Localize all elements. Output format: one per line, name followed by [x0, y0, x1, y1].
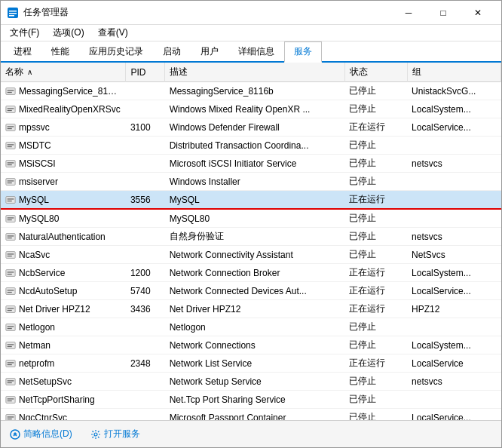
service-name-text: NaturalAuthentication — [19, 232, 106, 242]
app-icon — [7, 7, 19, 19]
service-name-text: MixedRealityOpenXRSvc — [19, 104, 121, 115]
service-status-cell: 已停止 — [344, 209, 407, 228]
service-name-text: NcdAutoSetup — [19, 286, 77, 296]
service-name-cell: msiserver — [1, 173, 126, 191]
tab-performance[interactable]: 性能 — [41, 41, 79, 61]
service-name-cell: MixedRealityOpenXRSvc — [1, 100, 126, 118]
service-pid-cell — [126, 100, 165, 118]
service-group-cell: LocalService... — [407, 282, 500, 300]
service-group-cell: LocalSystem... — [407, 100, 500, 118]
open-services-button[interactable]: 打开服务 — [87, 426, 143, 442]
maximize-button[interactable]: □ — [426, 1, 461, 25]
col-header-group[interactable]: 组 — [407, 63, 500, 82]
table-row[interactable]: NetmanNetwork Connections已停止LocalSystem.… — [1, 336, 501, 354]
tab-app-history[interactable]: 应用历史记录 — [79, 41, 153, 61]
table-row[interactable]: NetTcpPortSharingNet.Tcp Port Sharing Se… — [1, 391, 501, 409]
table-row[interactable]: NcaSvcNetwork Connectivity Assistant已停止N… — [1, 246, 501, 264]
tab-details[interactable]: 详细信息 — [228, 41, 284, 61]
svg-rect-30 — [8, 237, 12, 238]
service-pid-cell — [126, 228, 165, 246]
col-header-status[interactable]: 状态 — [344, 63, 407, 82]
service-status-cell: 已停止 — [344, 100, 407, 118]
table-row[interactable]: MessagingService_8116bMessagingService_8… — [1, 82, 501, 100]
svg-rect-47 — [8, 344, 14, 345]
table-row[interactable]: NgcCtnrSvcMicrosoft Passport Container已停… — [1, 409, 501, 421]
menu-view[interactable]: 查看(V) — [92, 25, 134, 41]
table-row[interactable]: NetlogonNetlogon已停止 — [1, 318, 501, 336]
service-group-cell — [407, 391, 500, 409]
table-row[interactable]: netprofm2348Network List Service正在运行Loca… — [1, 354, 501, 373]
svg-rect-29 — [8, 235, 14, 236]
table-row[interactable]: mpssvc3100Windows Defender Firewall正在运行L… — [1, 118, 501, 137]
table-row[interactable]: MixedRealityOpenXRSvcWindows Mixed Reali… — [1, 100, 501, 118]
tab-users[interactable]: 用户 — [191, 41, 228, 61]
service-table-container[interactable]: 名称 ∧ PID 描述 状态 组 MessagingService_8116bM… — [1, 63, 501, 420]
service-name-text: MessagingService_8116b — [19, 86, 121, 97]
service-pid-cell — [126, 373, 165, 391]
table-row[interactable]: NaturalAuthentication自然身份验证已停止netsvcs — [1, 228, 501, 246]
service-icon — [5, 340, 16, 351]
service-group-cell — [407, 209, 500, 228]
service-group-cell: NetSvcs — [407, 246, 500, 264]
col-header-pid[interactable]: PID — [126, 63, 165, 82]
table-row[interactable]: NetSetupSvcNetwork Setup Service已停止netsv… — [1, 373, 501, 391]
table-row[interactable]: MySQL3556MySQL正在运行 — [1, 191, 501, 210]
tab-services[interactable]: 服务 — [284, 41, 322, 63]
service-desc-cell: Network Connected Devices Aut... — [165, 282, 344, 300]
minimize-button[interactable]: ─ — [391, 1, 426, 25]
col-header-name[interactable]: 名称 ∧ — [1, 63, 126, 82]
svg-rect-44 — [8, 326, 14, 327]
svg-rect-26 — [8, 217, 14, 218]
svg-rect-32 — [8, 253, 14, 254]
svg-rect-7 — [6, 106, 15, 112]
service-pid-cell — [126, 409, 165, 421]
tab-startup[interactable]: 启动 — [153, 41, 191, 61]
close-button[interactable]: ✕ — [461, 1, 495, 25]
svg-rect-54 — [8, 382, 12, 382]
table-row[interactable]: MSDTCDistributed Transaction Coordina...… — [1, 137, 501, 155]
service-group-cell: LocalService... — [407, 409, 500, 421]
service-name-cell: MySQL80 — [1, 209, 126, 228]
svg-rect-5 — [8, 90, 14, 91]
menu-options[interactable]: 选项(O) — [47, 25, 90, 41]
tab-process[interactable]: 进程 — [4, 41, 41, 61]
table-row[interactable]: Net Driver HPZ123436Net Driver HPZ12正在运行… — [1, 300, 501, 318]
service-status-cell: 已停止 — [344, 409, 407, 421]
service-pid-cell — [126, 246, 165, 264]
service-icon — [5, 268, 16, 278]
svg-rect-56 — [8, 398, 14, 399]
service-status-cell: 已停止 — [344, 246, 407, 264]
service-status-cell: 正在运行 — [344, 282, 407, 300]
service-name-text: NcbService — [19, 268, 65, 278]
service-desc-cell: MySQL — [165, 191, 344, 210]
col-header-desc[interactable]: 描述 — [165, 63, 344, 82]
table-row[interactable]: NcbService1200Network Connection Broker正… — [1, 264, 501, 282]
svg-rect-1 — [9, 11, 17, 12]
svg-rect-39 — [8, 291, 12, 292]
service-name-text: Net Driver HPZ12 — [19, 304, 90, 315]
svg-rect-41 — [8, 308, 14, 308]
table-row[interactable]: MSiSCSIMicrosoft iSCSI Initiator Service… — [1, 155, 501, 173]
service-icon — [5, 322, 16, 333]
table-row[interactable]: MySQL80MySQL80已停止 — [1, 209, 501, 228]
title-bar-left: 任务管理器 — [7, 6, 69, 19]
service-name-cell: netprofm — [1, 354, 126, 373]
menu-file[interactable]: 文件(F) — [4, 25, 45, 41]
service-group-cell: UnistackSvcG... — [407, 82, 500, 100]
table-row[interactable]: NcdAutoSetup5740Network Connected Device… — [1, 282, 501, 300]
svg-rect-13 — [6, 142, 15, 149]
summary-button[interactable]: 简略信息(D) — [7, 426, 75, 442]
service-desc-cell: Network List Service — [165, 354, 344, 373]
svg-rect-43 — [6, 324, 15, 330]
service-status-cell: 正在运行 — [344, 191, 407, 210]
service-name-text: NcaSvc — [19, 250, 50, 260]
svg-rect-31 — [6, 251, 15, 258]
svg-rect-52 — [6, 378, 15, 385]
service-name-text: NgcCtnrSvc — [19, 413, 67, 421]
sort-arrow-name: ∧ — [27, 68, 32, 76]
svg-rect-34 — [6, 269, 15, 276]
svg-rect-36 — [8, 273, 12, 274]
table-row[interactable]: msiserverWindows Installer已停止 — [1, 173, 501, 191]
service-icon — [5, 176, 16, 187]
service-icon — [5, 213, 16, 224]
